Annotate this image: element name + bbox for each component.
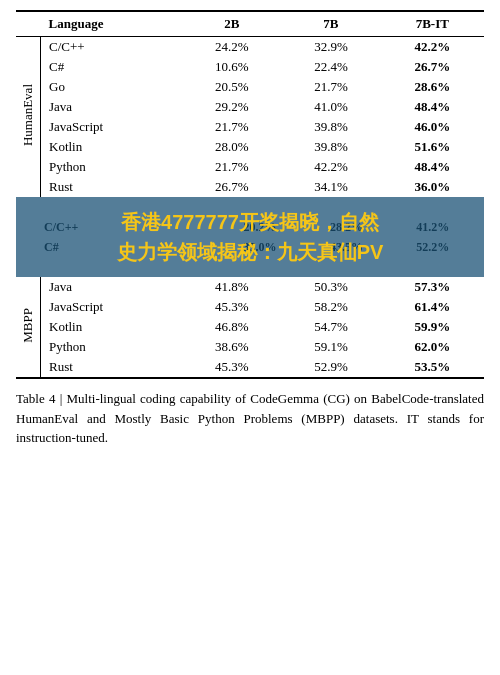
- row-7b: 32.9%: [281, 37, 380, 58]
- row-7b: 41.0%: [281, 97, 380, 117]
- humaneval-row-5: JavaScript 21.7% 39.8% 46.0%: [16, 117, 484, 137]
- row-7b: 22.4%: [281, 57, 380, 77]
- humaneval-row-8: Rust 26.7% 34.1% 36.0%: [16, 177, 484, 197]
- humaneval-label: HumanEval: [20, 80, 36, 150]
- row-it: 28.6%: [381, 77, 485, 97]
- row-lang: C/C++: [41, 37, 183, 58]
- row-2b: 38.6%: [182, 337, 281, 357]
- row-2b: 29.2%: [182, 97, 281, 117]
- row-7b: 58.2%: [281, 297, 380, 317]
- row-lang: Python: [41, 157, 183, 177]
- row-2b: 24.2%: [182, 37, 281, 58]
- row-lang: C#: [41, 57, 183, 77]
- row-lang: Rust: [41, 357, 183, 378]
- row-it: 42.2%: [381, 37, 485, 58]
- row-lang: Python: [41, 337, 183, 357]
- col-header-7b-it: 7B-IT: [381, 11, 485, 37]
- row-it: 61.4%: [381, 297, 485, 317]
- row-it: 26.7%: [381, 57, 485, 77]
- col-label-placeholder: [16, 11, 41, 37]
- row-7b: 59.1%: [281, 337, 380, 357]
- row-lang: Rust: [41, 177, 183, 197]
- col-header-7b: 7B: [281, 11, 380, 37]
- humaneval-row-7: Python 21.7% 42.2% 48.4%: [16, 157, 484, 177]
- row-it: 46.0%: [381, 117, 485, 137]
- row-it: 48.4%: [381, 157, 485, 177]
- humaneval-row-6: Kotlin 28.0% 39.8% 51.6%: [16, 137, 484, 157]
- row-7b: 34.1%: [281, 177, 380, 197]
- mbpp-row-4: Python 38.6% 59.1% 62.0%: [16, 337, 484, 357]
- col-header-language: Language: [41, 11, 183, 37]
- table-caption: Table 4 | Multi-lingual coding capabilit…: [16, 389, 484, 448]
- ad-text-line2: 史力学领域揭秘：九天真仙PV: [28, 237, 472, 267]
- row-2b: 10.6%: [182, 57, 281, 77]
- row-2b: 20.5%: [182, 77, 281, 97]
- humaneval-row-2: C# 10.6% 22.4% 26.7%: [16, 57, 484, 77]
- ad-banner[interactable]: C/C++ 20.2% 28.2% 41.2% C# 35.0% 43.5% 5…: [16, 197, 484, 277]
- ad-text-line1: 香港4777777开奖揭晓，自然: [28, 207, 472, 237]
- row-2b: 21.7%: [182, 117, 281, 137]
- main-table: Language 2B 7B 7B-IT HumanEval C/C++ 24.…: [16, 10, 484, 379]
- humaneval-row-4: Java 29.2% 41.0% 48.4%: [16, 97, 484, 117]
- row-7b: 52.9%: [281, 357, 380, 378]
- row-2b: 46.8%: [182, 317, 281, 337]
- row-lang: Java: [41, 277, 183, 297]
- mbpp-row-5: Rust 45.3% 52.9% 53.5%: [16, 357, 484, 378]
- row-lang: JavaScript: [41, 297, 183, 317]
- humaneval-row-1: HumanEval C/C++ 24.2% 32.9% 42.2%: [16, 37, 484, 58]
- row-lang: Java: [41, 97, 183, 117]
- row-it: 36.0%: [381, 177, 485, 197]
- row-lang: Kotlin: [41, 317, 183, 337]
- row-2b: 45.3%: [182, 297, 281, 317]
- row-2b: 28.0%: [182, 137, 281, 157]
- row-7b: 39.8%: [281, 137, 380, 157]
- humaneval-row-3: Go 20.5% 21.7% 28.6%: [16, 77, 484, 97]
- row-2b: 45.3%: [182, 357, 281, 378]
- row-it: 59.9%: [381, 317, 485, 337]
- row-2b: 41.8%: [182, 277, 281, 297]
- row-7b: 50.3%: [281, 277, 380, 297]
- row-it: 51.6%: [381, 137, 485, 157]
- row-lang: Kotlin: [41, 137, 183, 157]
- mbpp-row-2: JavaScript 45.3% 58.2% 61.4%: [16, 297, 484, 317]
- row-7b: 39.8%: [281, 117, 380, 137]
- mbpp-row-3: Kotlin 46.8% 54.7% 59.9%: [16, 317, 484, 337]
- row-it: 53.5%: [381, 357, 485, 378]
- col-header-2b: 2B: [182, 11, 281, 37]
- row-it: 57.3%: [381, 277, 485, 297]
- row-7b: 42.2%: [281, 157, 380, 177]
- row-lang: JavaScript: [41, 117, 183, 137]
- row-7b: 54.7%: [281, 317, 380, 337]
- row-lang: Go: [41, 77, 183, 97]
- row-it: 62.0%: [381, 337, 485, 357]
- row-it: 48.4%: [381, 97, 485, 117]
- mbpp-row-1: MBPP Java 41.8% 50.3% 57.3%: [16, 277, 484, 297]
- row-2b: 26.7%: [182, 177, 281, 197]
- ad-banner-row: C/C++ 20.2% 28.2% 41.2% C# 35.0% 43.5% 5…: [16, 197, 484, 277]
- row-7b: 21.7%: [281, 77, 380, 97]
- mbpp-label: MBPP: [20, 304, 36, 347]
- row-2b: 21.7%: [182, 157, 281, 177]
